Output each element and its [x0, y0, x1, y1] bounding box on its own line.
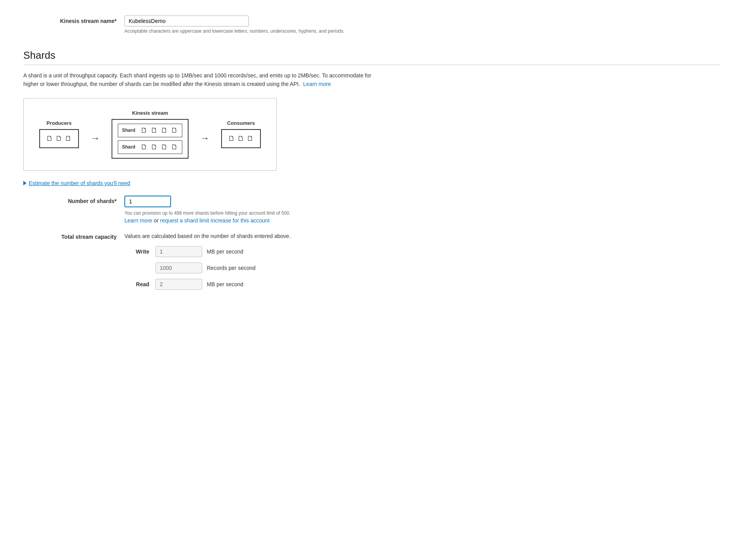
shard-label-2: Shard	[122, 144, 138, 150]
num-shards-label: Number of shards*	[23, 196, 124, 204]
shard2-doc4: 🗋	[171, 143, 178, 151]
shard-label-1: Shard	[122, 128, 138, 133]
total-capacity-label: Total stream capacity	[23, 233, 124, 240]
request-limit-link[interactable]: request a shard limit increase for this …	[160, 217, 270, 224]
stream-name-input[interactable]	[124, 16, 249, 26]
arrow-1: →	[91, 133, 100, 144]
write-label: Write	[124, 248, 155, 255]
shard2-doc1: 🗋	[141, 143, 148, 151]
shard1-doc1: 🗋	[141, 126, 148, 135]
num-shards-row: Number of shards* You can provision up t…	[23, 196, 721, 224]
stream-name-label: Kinesis stream name*	[23, 16, 124, 24]
shard1-doc2: 🗋	[151, 126, 158, 135]
consumers-section: Consumers 🗋 🗋 🗋	[221, 120, 261, 148]
learn-more-request-row: Learn more or request a shard limit incr…	[124, 217, 721, 224]
read-mb-input	[155, 279, 202, 290]
estimate-link-text: Estimate the number of shards you'll nee…	[29, 180, 130, 186]
shard1-doc4: 🗋	[171, 126, 178, 135]
shard-row-2: Shard 🗋 🗋 🗋 🗋	[118, 140, 182, 154]
estimate-link[interactable]: Estimate the number of shards you'll nee…	[23, 180, 721, 186]
write-records-input	[155, 262, 202, 273]
stream-name-row: Kinesis stream name* Acceptable characte…	[23, 16, 721, 34]
shard2-doc2: 🗋	[151, 143, 158, 151]
num-shards-hint: You can provision up to 498 more shards …	[124, 210, 358, 216]
write-records-unit: Records per second	[207, 265, 255, 271]
learn-more-or-text: or	[154, 217, 160, 224]
doc-icon-3: 🗋	[65, 135, 72, 143]
consumers-box: 🗋 🗋 🗋	[221, 129, 261, 148]
doc-icon-2: 🗋	[56, 135, 63, 143]
stream-name-hint: Acceptable characters are uppercase and …	[124, 28, 358, 34]
total-capacity-header: Total stream capacity Values are calcula…	[23, 233, 721, 240]
read-mb-unit: MB per second	[207, 281, 243, 287]
shard-row-1: Shard 🗋 🗋 🗋 🗋	[118, 124, 182, 137]
section-divider	[23, 65, 721, 65]
read-label: Read	[124, 281, 155, 287]
read-mb-row: Read MB per second	[124, 279, 721, 290]
learn-more-2-link[interactable]: Learn more	[124, 217, 152, 224]
write-mb-unit: MB per second	[207, 248, 243, 255]
total-capacity-desc: Values are calculated based on the numbe…	[124, 233, 291, 239]
shards-section-title: Shards	[23, 49, 721, 61]
total-capacity-section: Total stream capacity Values are calcula…	[23, 233, 721, 290]
arrow-2: →	[200, 133, 210, 144]
consumer-doc1: 🗋	[228, 135, 235, 143]
shards-diagram: Producers 🗋 🗋 🗋 → Kinesis stream Shard 🗋…	[23, 98, 277, 171]
shard2-doc3: 🗋	[161, 143, 168, 151]
shards-description: A shard is a unit of throughput capacity…	[23, 71, 373, 89]
producers-label: Producers	[47, 120, 72, 126]
write-records-row: Records per second	[124, 262, 721, 273]
write-mb-input	[155, 246, 202, 257]
write-mb-row: Write MB per second	[124, 246, 721, 257]
consumers-label: Consumers	[227, 120, 255, 126]
doc-icon-1: 🗋	[46, 135, 53, 143]
producers-box: 🗋 🗋 🗋	[39, 129, 79, 148]
shard1-doc3: 🗋	[161, 126, 168, 135]
producers-section: Producers 🗋 🗋 🗋	[39, 120, 79, 148]
consumer-doc2: 🗋	[238, 135, 245, 143]
num-shards-input[interactable]	[124, 196, 171, 207]
learn-more-link[interactable]: Learn more	[303, 81, 331, 87]
kinesis-label: Kinesis stream	[132, 110, 168, 116]
stream-name-input-col: Acceptable characters are uppercase and …	[124, 16, 721, 34]
consumer-doc3: 🗋	[247, 135, 254, 143]
num-shards-input-col: You can provision up to 498 more shards …	[124, 196, 721, 224]
triangle-icon	[23, 181, 26, 186]
kinesis-box: Shard 🗋 🗋 🗋 🗋 Shard 🗋 🗋 🗋 🗋	[112, 119, 189, 159]
kinesis-section: Kinesis stream Shard 🗋 🗋 🗋 🗋 Shard 🗋 🗋 🗋…	[112, 110, 189, 159]
